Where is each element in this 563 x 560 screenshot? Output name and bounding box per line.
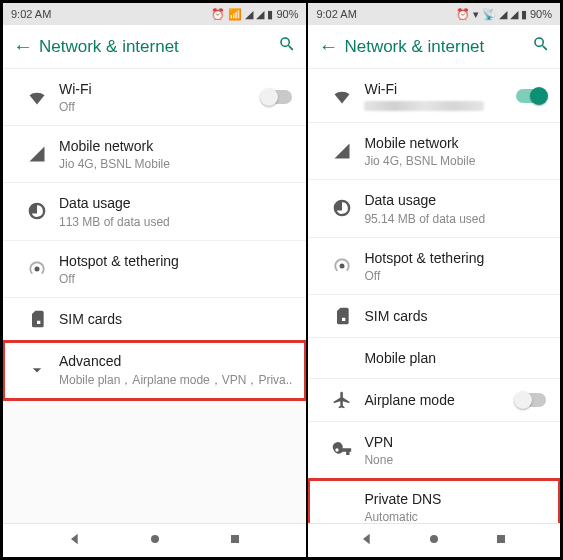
svg-point-3 [340, 263, 345, 268]
settings-list: Wi-Fi Mobile network Jio 4G, BSNL Mobile… [308, 69, 560, 523]
search-icon[interactable] [278, 35, 296, 58]
label: Advanced [59, 352, 292, 370]
wifi-icon [320, 86, 364, 106]
label: VPN [364, 433, 546, 451]
nav-bar [3, 523, 306, 557]
app-bar: ← Network & internet [308, 25, 560, 69]
airplane-toggle[interactable] [516, 393, 546, 407]
item-hotspot[interactable]: Hotspot & tethering Off [3, 241, 306, 298]
sub: Jio 4G, BSNL Mobile [59, 157, 292, 171]
nav-recents-icon[interactable] [493, 531, 509, 550]
wifi-ssid-redacted [364, 101, 484, 111]
item-mobile-network[interactable]: Mobile network Jio 4G, BSNL Mobile [3, 126, 306, 183]
data-usage-icon [320, 198, 364, 218]
status-icons: ⏰ 📶 ◢ ◢ ▮ [211, 8, 273, 21]
svg-point-1 [151, 535, 159, 543]
nav-recents-icon[interactable] [227, 531, 243, 550]
sub: Off [59, 100, 252, 114]
svg-rect-5 [497, 535, 505, 543]
item-data-usage[interactable]: Data usage 95.14 MB of data used [308, 180, 560, 237]
phone-left: 9:02 AM ⏰ 📶 ◢ ◢ ▮ 90% ← Network & intern… [3, 3, 306, 557]
sim-icon [320, 306, 364, 326]
sub: Jio 4G, BSNL Mobile [364, 154, 546, 168]
battery-text: 90% [530, 8, 552, 20]
search-icon[interactable] [532, 35, 550, 58]
label: Private DNS [364, 490, 546, 508]
nav-home-icon[interactable] [426, 531, 442, 550]
item-vpn[interactable]: VPN None [308, 422, 560, 479]
item-sim-cards[interactable]: SIM cards [308, 295, 560, 338]
signal-icon [15, 144, 59, 164]
label: Mobile network [364, 134, 546, 152]
back-icon[interactable]: ← [13, 35, 39, 58]
sim-icon [15, 309, 59, 329]
hotspot-icon [320, 256, 364, 276]
item-wifi[interactable]: Wi-Fi [308, 69, 560, 123]
item-hotspot[interactable]: Hotspot & tethering Off [308, 238, 560, 295]
label: Hotspot & tethering [59, 252, 292, 270]
item-mobile-plan[interactable]: Mobile plan [308, 338, 560, 379]
airplane-icon [320, 390, 364, 410]
item-sim-cards[interactable]: SIM cards [3, 298, 306, 341]
nav-home-icon[interactable] [147, 531, 163, 550]
svg-point-4 [430, 535, 438, 543]
nav-back-icon[interactable] [359, 531, 375, 550]
sub: None [364, 453, 546, 467]
page-title: Network & internet [39, 37, 278, 57]
wifi-toggle[interactable] [516, 89, 546, 103]
wifi-toggle[interactable] [262, 90, 292, 104]
battery-text: 90% [276, 8, 298, 20]
sub: 95.14 MB of data used [364, 212, 546, 226]
item-advanced[interactable]: Advanced Mobile plan，Airplane mode，VPN，P… [3, 341, 306, 400]
settings-list: Wi-Fi Off Mobile network Jio 4G, BSNL Mo… [3, 69, 306, 523]
hotspot-icon [15, 259, 59, 279]
sub: Mobile plan，Airplane mode，VPN，Priva.. [59, 372, 292, 389]
sub: Off [59, 272, 292, 286]
page-title: Network & internet [344, 37, 532, 57]
label: Mobile network [59, 137, 292, 155]
svg-point-0 [35, 266, 40, 271]
label: SIM cards [59, 310, 292, 328]
data-usage-icon [15, 201, 59, 221]
clock-text: 9:02 AM [11, 8, 51, 20]
vpn-key-icon [320, 440, 364, 460]
item-data-usage[interactable]: Data usage 113 MB of data used [3, 183, 306, 240]
sub: Off [364, 269, 546, 283]
item-mobile-network[interactable]: Mobile network Jio 4G, BSNL Mobile [308, 123, 560, 180]
signal-icon [320, 141, 364, 161]
back-icon[interactable]: ← [318, 35, 344, 58]
status-bar: 9:02 AM ⏰ ▾ 📡 ◢ ◢ ▮ 90% [308, 3, 560, 25]
phone-right: 9:02 AM ⏰ ▾ 📡 ◢ ◢ ▮ 90% ← Network & inte… [308, 3, 560, 557]
label: Data usage [364, 191, 546, 209]
label: Airplane mode [364, 391, 506, 409]
svg-rect-2 [231, 535, 239, 543]
status-bar: 9:02 AM ⏰ 📶 ◢ ◢ ▮ 90% [3, 3, 306, 25]
sub: Automatic [364, 510, 546, 523]
label: Hotspot & tethering [364, 249, 546, 267]
nav-bar [308, 523, 560, 557]
nav-back-icon[interactable] [67, 531, 83, 550]
label: Mobile plan [364, 349, 546, 367]
app-bar: ← Network & internet [3, 25, 306, 69]
label: Data usage [59, 194, 292, 212]
item-wifi[interactable]: Wi-Fi Off [3, 69, 306, 126]
status-icons: ⏰ ▾ 📡 ◢ ◢ ▮ [456, 8, 527, 21]
item-private-dns[interactable]: Private DNS Automatic [308, 479, 560, 523]
label: SIM cards [364, 307, 546, 325]
label: Wi-Fi [59, 80, 252, 98]
wifi-icon [15, 87, 59, 107]
sub: 113 MB of data used [59, 215, 292, 229]
item-airplane-mode[interactable]: Airplane mode [308, 379, 560, 422]
label: Wi-Fi [364, 80, 506, 98]
clock-text: 9:02 AM [316, 8, 356, 20]
chevron-down-icon [15, 360, 59, 380]
